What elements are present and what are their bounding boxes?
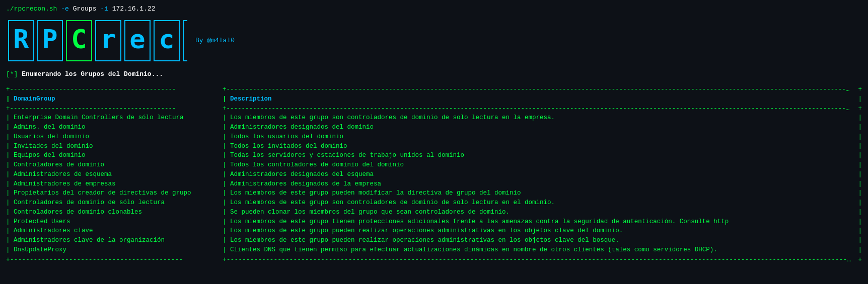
- table-cell-name: | Administradores de empresas: [6, 179, 223, 189]
- svg-text:P: P: [42, 24, 57, 54]
- table-row: | Propietarios del creador de directivas…: [6, 188, 862, 198]
- logo-area: R P C r e c o n By @m4lal0: [6, 18, 862, 63]
- flag-i: -i: [100, 5, 108, 13]
- table-cell-end: |: [852, 113, 862, 123]
- table-cell-description: | Administradores designados del dominio: [223, 123, 852, 132]
- table-container: +---------------------------------------…: [6, 85, 862, 113]
- table-row: | Protected Users| Los miembros de este …: [6, 217, 862, 227]
- arg-e: Groups: [73, 5, 97, 13]
- sep-bot-col2: +---------------------------------------…: [223, 255, 852, 265]
- table-cell-description: | Los miembros de este grupo pueden real…: [223, 236, 852, 245]
- table-row: | Invitados del dominio| Todos los invit…: [6, 142, 862, 151]
- table-cell-name: | Administradores clave de la organizaci…: [6, 236, 223, 245]
- table-cell-end: |: [852, 123, 862, 132]
- flag-e: -e: [61, 5, 69, 13]
- table-cell-name: | Protected Users: [6, 217, 223, 227]
- table-cell-description: | Administradores designados del esquema: [223, 170, 852, 179]
- sep-bot-col3: +: [852, 255, 862, 265]
- table-cell-description: | Los miembros de este grupo son control…: [223, 113, 852, 123]
- table-cell-description: | Los miembros de este grupo son control…: [223, 198, 852, 208]
- table-cell-end: |: [852, 179, 862, 189]
- table-cell-end: |: [852, 236, 862, 245]
- table-cell-description: | Todos los controladores de dominio del…: [223, 160, 852, 170]
- table-cell-name: | DnsUpdateProxy: [6, 245, 223, 255]
- table-cell-name: | Admins. del dominio: [6, 123, 223, 132]
- table-cell-name: | Controladores de dominio clonables: [6, 208, 223, 217]
- sep-mid-col2: +---------------------------------------…: [223, 104, 852, 114]
- separator-bottom: +---------------------------------------…: [6, 255, 862, 265]
- arg-i: 172.16.1.22: [112, 5, 156, 13]
- svg-rect-12: [183, 21, 187, 61]
- svg-text:e: e: [129, 24, 145, 54]
- header-col2: | Description: [223, 94, 852, 104]
- prompt: ./rpcrecon.sh: [6, 5, 57, 13]
- svg-text:R: R: [13, 24, 29, 54]
- table-cell-description: | Los miembros de este grupo pueden real…: [223, 226, 852, 236]
- table-cell-description: | Todos los invitados del dominio: [223, 142, 852, 151]
- header-col3: |: [852, 94, 862, 104]
- separator-top: +---------------------------------------…: [6, 85, 862, 94]
- table-row: | Controladores de dominio de sólo lectu…: [6, 198, 862, 208]
- table-cell-description: | Los miembros de este grupo pueden modi…: [223, 188, 852, 198]
- table-cell-description: | Todas los servidores y estaciones de t…: [223, 151, 852, 160]
- command-line: ./rpcrecon.sh -e Groups -i 172.16.1.22: [6, 4, 862, 14]
- table-cell-name: | Administradores clave: [6, 226, 223, 236]
- separator-mid: +---------------------------------------…: [6, 104, 862, 114]
- svg-text:r: r: [100, 24, 116, 54]
- table-row: | Enterprise Domain Controllers de sólo …: [6, 113, 862, 123]
- table-row: | Administradores de empresas| Administr…: [6, 179, 862, 189]
- table-cell-name: | Administradores de esquema: [6, 170, 223, 179]
- table-cell-description: | Clientes DNS que tienen permiso para e…: [223, 245, 852, 255]
- table-cell-end: |: [852, 132, 862, 142]
- table-cell-name: | Invitados del dominio: [6, 142, 223, 151]
- table-cell-description: | Los miembros de este grupo tienen prot…: [223, 217, 852, 227]
- table-cell-name: | Equipos del dominio: [6, 151, 223, 160]
- table-row: | Administradores clave| Los miembros de…: [6, 226, 862, 236]
- table-row: | Equipos del dominio| Todas los servido…: [6, 151, 862, 160]
- table-cell-end: |: [852, 188, 862, 198]
- rpcrecon-logo: R P C r e c o n: [6, 18, 187, 63]
- status-prefix: [*]: [6, 70, 18, 78]
- header-col1: | DomainGroup: [6, 94, 223, 104]
- svg-text:c: c: [159, 24, 174, 54]
- status-line: [*] Enumerando los Grupos del Dominio...: [6, 69, 862, 79]
- table-cell-end: |: [852, 170, 862, 179]
- table-row: | Admins. del dominio| Administradores d…: [6, 123, 862, 132]
- table-cell-end: |: [852, 208, 862, 217]
- table-row: | Administradores clave de la organizaci…: [6, 236, 862, 245]
- table-cell-end: |: [852, 226, 862, 236]
- table-cell-name: | Controladores de dominio de sólo lectu…: [6, 198, 223, 208]
- table-cell-description: | Se pueden clonar los miembros del grup…: [223, 208, 852, 217]
- table-data: | Enterprise Domain Controllers de sólo …: [6, 113, 862, 254]
- sep-bot-col1: +---------------------------------------…: [6, 255, 223, 265]
- table-row: | Controladores de dominio clonables| Se…: [6, 208, 862, 217]
- author-name: @m4lal0: [207, 37, 235, 44]
- table-cell-end: |: [852, 245, 862, 255]
- svg-text:C: C: [71, 24, 87, 54]
- table-row: | Administradores de esquema| Administra…: [6, 170, 862, 179]
- table-cell-end: |: [852, 217, 862, 227]
- table-row: | Usuarios del dominio| Todos los usuari…: [6, 132, 862, 142]
- table-cell-name: | Usuarios del dominio: [6, 132, 223, 142]
- table-cell-end: |: [852, 160, 862, 170]
- sep-mid-col1: +---------------------------------------…: [6, 104, 223, 114]
- sep-col2: +---------------------------------------…: [223, 85, 852, 94]
- sep-col1: +---------------------------------------…: [6, 85, 223, 94]
- table-cell-end: |: [852, 198, 862, 208]
- status-message: Enumerando los Grupos del Dominio...: [22, 70, 163, 78]
- table-cell-name: | Controladores de dominio: [6, 160, 223, 170]
- table-cell-name: | Propietarios del creador de directivas…: [6, 188, 223, 198]
- table-cell-description: | Administradores designados de la empre…: [223, 179, 852, 189]
- table-cell-end: |: [852, 151, 862, 160]
- table-header-row: | DomainGroup | Description |: [6, 94, 862, 104]
- table-row: | DnsUpdateProxy| Clientes DNS que tiene…: [6, 245, 862, 255]
- sep-mid-col3: +: [852, 104, 862, 114]
- by-credit: By @m4lal0: [195, 36, 235, 46]
- table-cell-name: | Enterprise Domain Controllers de sólo …: [6, 113, 223, 123]
- table-cell-end: |: [852, 142, 862, 151]
- table-row: | Controladores de dominio| Todos los co…: [6, 160, 862, 170]
- table-cell-description: | Todos los usuarios del dominio: [223, 132, 852, 142]
- sep-col3: +: [852, 85, 862, 94]
